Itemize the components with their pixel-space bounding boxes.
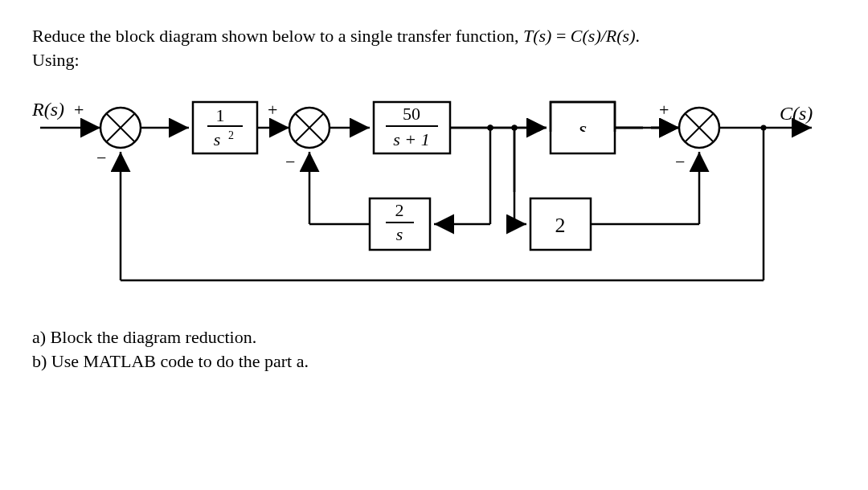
question-b: b) Use MATLAB code to do the part a. [32,349,836,374]
sum2-plus: + [268,100,277,120]
summer-1 [100,108,141,148]
tf-rhs: C(s)/R(s) [571,26,636,46]
input-label: R(s) [32,99,64,120]
problem-line1-prefix: Reduce the block diagram shown below to … [32,26,523,46]
block-h1: 2 s [370,198,430,250]
tf-eq: = [551,26,570,46]
h1-den: s [396,224,403,244]
question-a: a) Block the diagram reduction. [32,325,836,349]
sum2-minus: − [285,152,295,172]
problem-statement: Reduce the block diagram shown below to … [32,24,836,71]
g2-den: s + 1 [393,129,429,149]
g1-den: s [214,129,221,149]
sum3-plus: + [659,100,669,120]
g1-den-exp: 2 [228,129,234,141]
problem-line2: Using: [32,50,80,70]
block-h2: 2 [530,198,591,250]
h1-num: 2 [395,200,404,220]
output-label: C(s) [780,103,813,124]
svg-point-25 [488,125,493,131]
block-diagram: R(s) + − 1 s 2 + − 50 s + 1 s [32,80,836,309]
summer-2 [289,108,330,148]
block-g2: 50 s + 1 [374,102,450,153]
tf-suffix: . [635,26,640,46]
sum3-minus: − [675,152,685,172]
tf-lhs: T(s) [523,26,551,46]
sub-questions: a) Block the diagram reduction. b) Use M… [32,325,836,373]
svg-rect-3 [193,102,257,153]
sum1-minus: − [96,148,106,168]
g1-num: 1 [216,105,225,125]
svg-point-26 [512,125,518,131]
sum1-plus: + [74,100,84,120]
g2-num: 50 [403,104,420,124]
block-g1: 1 s 2 [193,102,257,153]
summer-3 [679,108,719,148]
svg-text:2: 2 [555,214,566,237]
